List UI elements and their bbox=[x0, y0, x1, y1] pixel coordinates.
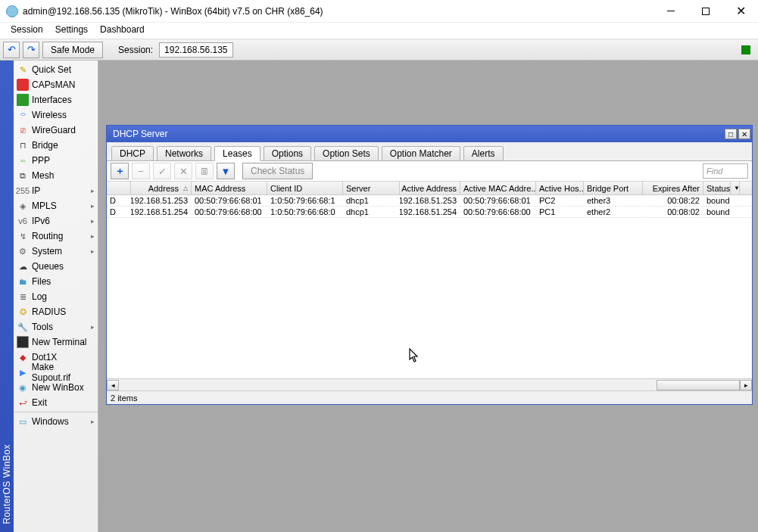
table-row[interactable]: D192.168.51.25300:50:79:66:68:011:0:50:7… bbox=[107, 195, 752, 207]
scroll-thumb[interactable] bbox=[657, 380, 740, 390]
sidebar-item-ip[interactable]: 255IP▸ bbox=[14, 183, 98, 198]
window-close-button[interactable]: ✕ bbox=[738, 129, 750, 139]
sidebar-item-label: Log bbox=[32, 291, 47, 302]
dot1x-icon: ◆ bbox=[17, 351, 29, 363]
sidebar-item-capsman[interactable]: CAPsMAN bbox=[14, 77, 98, 92]
window-maximize-button[interactable]: □ bbox=[725, 129, 737, 139]
minimize-button[interactable] bbox=[654, 0, 688, 23]
find-input[interactable]: Find bbox=[703, 163, 748, 179]
sidebar-item-mesh[interactable]: ⧉Mesh bbox=[14, 168, 98, 183]
sidebar-item-windows[interactable]: ▭Windows▸ bbox=[14, 414, 98, 429]
sidebar-item-new-winbox[interactable]: ◉New WinBox bbox=[14, 380, 98, 395]
sidebar-item-files[interactable]: 🖿Files bbox=[14, 274, 98, 289]
chevron-right-icon: ▸ bbox=[91, 323, 95, 331]
sidebar-item-label: Mesh bbox=[32, 170, 54, 181]
check-icon: ✓ bbox=[158, 166, 167, 177]
th-server[interactable]: Server bbox=[343, 182, 400, 194]
window-title: DHCP Server bbox=[113, 129, 723, 139]
maximize-button[interactable] bbox=[688, 0, 723, 23]
sidebar-item-label: System bbox=[32, 246, 62, 257]
th-active-mac[interactable]: Active MAC Addre... bbox=[460, 182, 536, 194]
sidebar-item-make-supout-rif[interactable]: ▶Make Supout.rif bbox=[14, 365, 98, 380]
filter-button[interactable]: ▼ bbox=[217, 163, 235, 179]
mesh-icon: ⧉ bbox=[17, 170, 29, 182]
menu-settings[interactable]: Settings bbox=[49, 23, 94, 39]
th-mac[interactable]: MAC Address bbox=[192, 182, 267, 194]
th-active-address[interactable]: Active Address bbox=[400, 182, 460, 194]
sidebar-item-wireguard[interactable]: ⎚WireGuard bbox=[14, 123, 98, 138]
sidebar-item-new-terminal[interactable]: New Terminal bbox=[14, 334, 98, 350]
interfaces-icon bbox=[17, 94, 29, 106]
sidebar-item-ppp[interactable]: ⎓PPP bbox=[14, 153, 98, 168]
sidebar-item-label: RADIUS bbox=[32, 306, 66, 317]
titlebar: admin@192.168.56.135 (MikroTik) - WinBox… bbox=[0, 0, 758, 23]
sidebar-item-label: New Terminal bbox=[32, 337, 86, 347]
sidebar-item-routing[interactable]: ↯Routing▸ bbox=[14, 229, 98, 244]
window-header[interactable]: DHCP Server □ ✕ bbox=[107, 126, 752, 142]
tab-networks[interactable]: Networks bbox=[157, 146, 211, 161]
add-button[interactable]: ＋ bbox=[111, 163, 129, 179]
sidebar-item-label: CAPsMAN bbox=[32, 79, 75, 90]
th-flag[interactable] bbox=[107, 182, 131, 194]
sidebar-item-log[interactable]: ≣Log bbox=[14, 289, 98, 304]
window-title: admin@192.168.56.135 (MikroTik) - WinBox… bbox=[23, 6, 654, 17]
cell: 00:50:79:66:68:01 bbox=[460, 195, 536, 206]
undo-button[interactable]: ↶ bbox=[3, 42, 20, 58]
th-bridge-port[interactable]: Bridge Port bbox=[584, 182, 643, 194]
sidebar-item-system[interactable]: ⚙System▸ bbox=[14, 244, 98, 259]
horizontal-scrollbar[interactable]: ◂ ▸ bbox=[107, 378, 752, 390]
undo-icon: ↶ bbox=[8, 44, 16, 55]
sidebar-item-label: PPP bbox=[32, 155, 50, 166]
check-status-button[interactable]: Check Status bbox=[242, 163, 313, 179]
menubar: Session Settings Dashboard bbox=[0, 23, 758, 39]
sidebar-item-interfaces[interactable]: Interfaces bbox=[14, 92, 98, 107]
cell: 00:50:79:66:68:00 bbox=[460, 207, 536, 217]
sidebar-item-radius[interactable]: ✪RADIUS bbox=[14, 304, 98, 319]
tab-option-matcher[interactable]: Option Matcher bbox=[382, 146, 460, 161]
files-icon: 🖿 bbox=[17, 275, 29, 288]
menu-dashboard[interactable]: Dashboard bbox=[94, 23, 151, 39]
minus-icon: − bbox=[138, 166, 144, 177]
sidebar-item-label: Routing bbox=[32, 231, 63, 241]
sidebar-item-exit[interactable]: ⮐Exit bbox=[14, 395, 98, 410]
sidebar-item-label: MPLS bbox=[32, 201, 57, 211]
system-icon: ⚙ bbox=[17, 245, 29, 257]
toolbar: ↶ ↷ Safe Mode Session: 192.168.56.135 bbox=[0, 39, 758, 61]
sidebar-item-bridge[interactable]: ⊓Bridge bbox=[14, 138, 98, 153]
remove-button[interactable]: − bbox=[132, 163, 150, 179]
sidebar-item-ipv6[interactable]: v6IPv6▸ bbox=[14, 213, 98, 229]
redo-button[interactable]: ↷ bbox=[23, 42, 39, 58]
scroll-right-button[interactable]: ▸ bbox=[740, 380, 752, 390]
th-expires[interactable]: Expires After bbox=[643, 182, 703, 194]
ip-icon: 255 bbox=[17, 185, 29, 197]
tab-options[interactable]: Options bbox=[264, 146, 311, 161]
th-client-id[interactable]: Client ID bbox=[267, 182, 343, 194]
sidebar-item-tools[interactable]: 🔧Tools▸ bbox=[14, 319, 98, 334]
sidebar-item-label: Queues bbox=[32, 261, 64, 272]
table-row[interactable]: D192.168.51.25400:50:79:66:68:001:0:50:7… bbox=[107, 207, 752, 218]
th-dropdown[interactable]: ▼ bbox=[731, 182, 740, 194]
cell: PC1 bbox=[536, 207, 584, 217]
sidebar-item-label: WireGuard bbox=[32, 125, 76, 135]
tab-dhcp[interactable]: DHCP bbox=[111, 146, 154, 161]
supout-icon: ▶ bbox=[17, 366, 29, 378]
sidebar-item-wireless[interactable]: ⌔Wireless bbox=[14, 107, 98, 123]
disable-button[interactable]: ✕ bbox=[174, 163, 192, 179]
tab-leases[interactable]: Leases bbox=[214, 146, 260, 161]
tab-alerts[interactable]: Alerts bbox=[463, 146, 504, 161]
sidebar-item-mpls[interactable]: ◈MPLS▸ bbox=[14, 198, 98, 213]
th-active-host[interactable]: Active Hos... bbox=[536, 182, 584, 194]
menu-session[interactable]: Session bbox=[5, 23, 49, 39]
th-status[interactable]: Status bbox=[703, 182, 731, 194]
scroll-left-button[interactable]: ◂ bbox=[107, 380, 119, 390]
sidebar-item-quick-set[interactable]: ✎Quick Set bbox=[14, 62, 98, 77]
table: Address△ MAC Address Client ID Server Ac… bbox=[107, 182, 752, 390]
safe-mode-button[interactable]: Safe Mode bbox=[42, 42, 103, 58]
sidebar-item-queues[interactable]: ☁Queues bbox=[14, 259, 98, 274]
comment-button[interactable]: 🗏 bbox=[195, 163, 214, 179]
th-address[interactable]: Address△ bbox=[131, 182, 192, 194]
tab-option-sets[interactable]: Option Sets bbox=[314, 146, 379, 161]
left-rail: RouterOS WinBox bbox=[0, 61, 14, 532]
enable-button[interactable]: ✓ bbox=[153, 163, 171, 179]
close-button[interactable]: ✕ bbox=[723, 0, 758, 23]
